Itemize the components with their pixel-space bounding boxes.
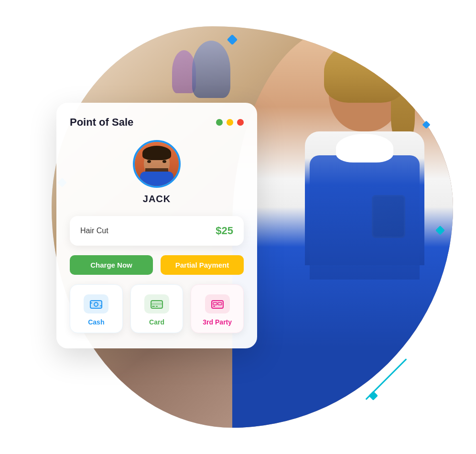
svg-rect-0 <box>90 301 102 308</box>
woman-hair <box>324 41 405 103</box>
payment-option-card[interactable]: Card <box>130 284 184 333</box>
third-party-icon <box>205 294 230 313</box>
card-label: Card <box>149 318 164 326</box>
charge-now-button[interactable]: Charge Now <box>70 255 153 275</box>
payment-options: Cash Card <box>70 284 244 333</box>
action-buttons: Charge Now Partial Payment <box>70 255 244 275</box>
svg-rect-8 <box>152 306 155 307</box>
apron <box>310 155 420 280</box>
window-control-green[interactable] <box>216 119 223 126</box>
avatar-hair <box>142 146 171 160</box>
card-icon <box>144 294 169 313</box>
window-controls <box>216 119 244 126</box>
shirt-collar <box>336 134 393 162</box>
window-control-yellow[interactable] <box>227 119 233 126</box>
svg-rect-7 <box>151 303 162 305</box>
svg-rect-14 <box>213 306 215 307</box>
partial-payment-button[interactable]: Partial Payment <box>161 255 244 275</box>
payment-option-third[interactable]: 3rd Party <box>191 284 244 333</box>
avatar <box>133 140 181 188</box>
pos-title: Point of Sale <box>70 116 133 129</box>
main-scene: Point of Sale <box>23 17 453 437</box>
payment-option-cash[interactable]: Cash <box>70 284 123 333</box>
service-row: Hair Cut $25 <box>70 216 244 246</box>
avatar-face <box>135 142 179 186</box>
customer-name: JACK <box>143 194 171 205</box>
avatar-section: JACK <box>70 140 244 205</box>
service-name: Hair Cut <box>80 227 108 235</box>
avatar-shirt <box>140 172 173 186</box>
cash-icon <box>84 294 108 313</box>
pos-card: Point of Sale <box>56 103 257 348</box>
svg-rect-4 <box>100 305 102 306</box>
window-control-red[interactable] <box>237 119 244 126</box>
svg-rect-9 <box>156 306 158 307</box>
svg-rect-3 <box>90 303 92 303</box>
third-party-label: 3rd Party <box>203 318 232 326</box>
pos-header: Point of Sale <box>70 116 244 129</box>
cash-label: Cash <box>88 318 104 326</box>
service-price: $25 <box>216 225 233 237</box>
bg-plant-1 <box>192 41 230 98</box>
